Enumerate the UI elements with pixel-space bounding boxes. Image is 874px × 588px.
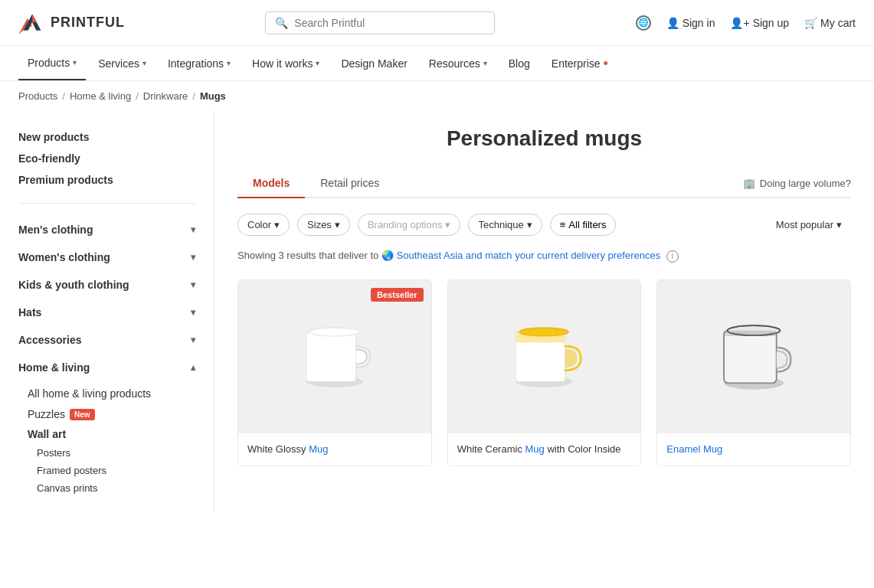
main-content: Personalized mugs Models Retail prices 🏢… xyxy=(214,111,874,512)
product-name: White Ceramic Mug with Color Inside xyxy=(457,443,632,456)
sidebar-quick-links: New products Eco-friendly Premium produc… xyxy=(18,126,195,191)
cart-link[interactable]: 🛒 My cart xyxy=(804,17,856,29)
new-badge: New xyxy=(70,409,95,420)
chevron-down-icon: ▾ xyxy=(191,252,195,263)
product-link[interactable]: Mug xyxy=(309,443,328,455)
tabs-bar: Models Retail prices 🏢 Doing large volum… xyxy=(237,169,851,198)
svg-point-6 xyxy=(309,328,359,336)
chevron-down-icon: ▾ xyxy=(445,219,450,230)
logo-text: PRINTFUL xyxy=(51,15,125,31)
chevron-down-icon: ▾ xyxy=(191,224,195,235)
chevron-down-icon: ▾ xyxy=(191,279,195,290)
nav-integrations[interactable]: Integrations ▾ xyxy=(159,46,240,80)
cart-icon: 🛒 xyxy=(804,17,817,29)
chevron-down-icon: ▾ xyxy=(73,58,77,67)
sidebar-canvas-prints[interactable]: Canvas prints xyxy=(37,479,195,497)
sidebar-item-kids-clothing[interactable]: Kids & youth clothing ▾ xyxy=(18,271,195,299)
product-link[interactable]: Enamel Mug xyxy=(666,443,722,455)
doing-large-volume[interactable]: 🏢 Doing large volume? xyxy=(743,178,851,189)
tab-models[interactable]: Models xyxy=(237,169,305,198)
product-image xyxy=(657,280,850,433)
technique-filter[interactable]: Technique ▾ xyxy=(468,214,542,236)
home-living-expanded: All home & living products Puzzles New W… xyxy=(18,383,195,497)
sidebar-item-accessories[interactable]: Accessories ▾ xyxy=(18,326,195,354)
product-info: White Glossy Mug xyxy=(238,433,431,466)
nav-enterprise[interactable]: Enterprise • xyxy=(542,46,617,80)
logo[interactable]: PRINTFUL xyxy=(18,11,125,34)
all-filters-button[interactable]: ≡ All filters xyxy=(550,214,617,236)
nav-resources[interactable]: Resources ▾ xyxy=(420,46,496,80)
main-nav: Products ▾ Services ▾ Integrations ▾ How… xyxy=(0,46,874,81)
nav-products[interactable]: Products ▾ xyxy=(18,46,86,80)
sizes-filter[interactable]: Sizes ▾ xyxy=(297,214,350,236)
sidebar-divider xyxy=(18,203,195,204)
product-card-white-glossy[interactable]: Bestseller White Glossy Mug xyxy=(237,279,432,466)
sidebar-item-womens-clothing[interactable]: Women's clothing ▾ xyxy=(18,243,195,271)
sidebar-framed-posters[interactable]: Framed posters xyxy=(37,462,195,479)
sidebar-puzzles[interactable]: Puzzles xyxy=(28,408,65,420)
search-input[interactable] xyxy=(294,17,485,29)
breadcrumb-separator: / xyxy=(136,90,139,102)
building-icon: 🏢 xyxy=(743,178,755,189)
breadcrumb-separator: / xyxy=(62,90,65,102)
filters-bar: Color ▾ Sizes ▾ Branding options ▾ Techn… xyxy=(237,214,851,236)
info-icon[interactable]: i xyxy=(666,250,679,263)
chevron-down-icon: ▾ xyxy=(316,59,319,67)
sidebar-wall-art[interactable]: Wall art xyxy=(21,424,195,444)
sort-button[interactable]: Most popular ▾ xyxy=(767,214,851,235)
sidebar-new-products[interactable]: New products xyxy=(18,126,195,148)
nav-design-maker[interactable]: Design Maker xyxy=(332,46,416,80)
svg-rect-10 xyxy=(516,332,565,342)
product-grid: Bestseller White Glossy Mug xyxy=(237,279,851,466)
chevron-down-icon: ▾ xyxy=(191,335,195,345)
sidebar-premium-products[interactable]: Premium products xyxy=(18,169,195,191)
main-layout: New products Eco-friendly Premium produc… xyxy=(0,111,874,512)
sidebar-all-home-living[interactable]: All home & living products xyxy=(21,383,195,404)
chevron-down-icon: ▾ xyxy=(227,59,231,67)
product-image xyxy=(448,280,641,433)
chevron-down-icon: ▾ xyxy=(335,219,340,230)
chevron-down-icon: ▾ xyxy=(142,59,146,67)
breadcrumb-current: Mugs xyxy=(200,90,226,102)
breadcrumb: Products / Home & living / Drinkware / M… xyxy=(0,81,874,111)
chevron-down-icon: ▾ xyxy=(483,59,487,67)
chevron-up-icon: ▴ xyxy=(191,362,195,373)
search-bar[interactable]: 🔍 xyxy=(265,11,495,34)
search-icon: 🔍 xyxy=(275,17,288,29)
sidebar-item-hats[interactable]: Hats ▾ xyxy=(18,299,195,326)
sidebar-eco-friendly[interactable]: Eco-friendly xyxy=(18,148,195,169)
sign-up-link[interactable]: 👤+ Sign up xyxy=(730,17,789,29)
page-title: Personalized mugs xyxy=(237,126,851,151)
mug-image-enamel xyxy=(704,307,804,407)
region-link[interactable]: Southeast Asia and match your current de… xyxy=(397,250,661,261)
sidebar-posters[interactable]: Posters xyxy=(37,444,195,462)
product-info: White Ceramic Mug with Color Inside xyxy=(448,433,641,466)
product-image: Bestseller xyxy=(238,280,431,433)
nav-blog[interactable]: Blog xyxy=(499,46,539,80)
logo-icon xyxy=(18,11,46,34)
breadcrumb-drinkware[interactable]: Drinkware xyxy=(143,90,188,102)
nav-how-it-works[interactable]: How it works ▾ xyxy=(243,46,329,80)
svg-rect-12 xyxy=(724,330,777,383)
branding-filter[interactable]: Branding options ▾ xyxy=(358,214,461,236)
sidebar-item-home-living[interactable]: Home & living ▴ xyxy=(18,354,195,381)
chevron-down-icon: ▾ xyxy=(274,219,280,230)
sidebar-item-mens-clothing[interactable]: Men's clothing ▾ xyxy=(18,216,195,243)
breadcrumb-home-living[interactable]: Home & living xyxy=(70,90,131,102)
color-filter[interactable]: Color ▾ xyxy=(237,214,290,236)
product-link[interactable]: Mug xyxy=(525,443,545,455)
add-user-icon: 👤+ xyxy=(730,17,749,29)
mug-image-white-glossy xyxy=(285,307,385,407)
tab-retail-prices[interactable]: Retail prices xyxy=(305,169,394,198)
product-card-color-inside[interactable]: White Ceramic Mug with Color Inside xyxy=(447,279,642,466)
sign-in-link[interactable]: 👤 Sign in xyxy=(666,17,715,29)
globe-icon[interactable]: 🌐 xyxy=(636,15,651,31)
chevron-down-icon: ▾ xyxy=(527,219,532,230)
product-card-enamel[interactable]: Enamel Mug xyxy=(656,279,851,466)
mug-image-color-inside xyxy=(494,307,594,407)
breadcrumb-separator: / xyxy=(192,90,195,102)
nav-services[interactable]: Services ▾ xyxy=(89,46,155,80)
bestseller-badge: Bestseller xyxy=(371,288,424,302)
filter-icon: ≡ xyxy=(560,219,566,230)
breadcrumb-products[interactable]: Products xyxy=(18,90,57,102)
